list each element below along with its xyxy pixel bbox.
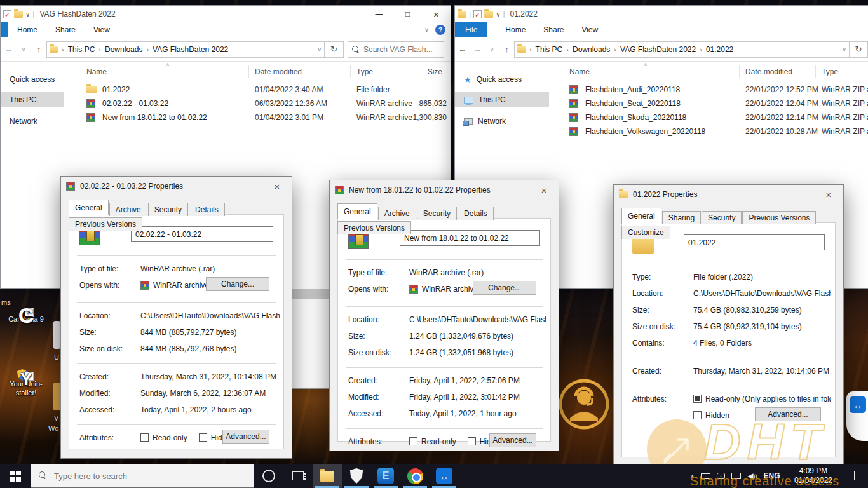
help-icon[interactable]: ?	[435, 25, 445, 35]
qat-customize-icon[interactable]: ∨	[25, 11, 30, 18]
search-box[interactable]	[348, 41, 444, 58]
breadcrumb-item[interactable]: VAG FlashDaten 2022	[153, 45, 228, 54]
column-header-size[interactable]: Size	[398, 67, 442, 76]
readonly-checkbox[interactable]	[693, 395, 702, 403]
refresh-button[interactable]: ↻	[850, 41, 868, 58]
file-row[interactable]: Flashdaten_Volkswagen_20220118 22/01/202…	[560, 125, 868, 139]
column-header-type[interactable]: Type	[356, 67, 373, 76]
tab-security[interactable]: Security	[702, 211, 742, 224]
tab-archive[interactable]: Archive	[378, 207, 416, 220]
taskbar-search-input[interactable]	[54, 471, 246, 481]
hidden-checkbox[interactable]	[468, 437, 476, 445]
column-header-name[interactable]: Name	[569, 67, 590, 76]
column-header-name[interactable]: Name	[86, 67, 107, 76]
up-icon[interactable]: ↑	[31, 44, 46, 54]
file-row[interactable]: 01.2022 01/04/2022 3:40 AM File folder	[77, 83, 451, 97]
tab-security[interactable]: Security	[148, 203, 188, 216]
hidden-checkbox[interactable]	[199, 433, 207, 442]
forward-icon[interactable]: →	[470, 44, 484, 54]
tab-customize[interactable]: Customize	[621, 226, 670, 239]
sidebar-item-this-pc[interactable]: This PC	[1, 92, 64, 107]
breadcrumb-item[interactable]: This PC	[536, 45, 563, 54]
file-row[interactable]: New from 18.01.22 to 01.02.22 01/04/2022…	[77, 111, 451, 125]
tab-general[interactable]: General	[69, 200, 109, 215]
task-view-button[interactable]	[283, 464, 313, 488]
close-button[interactable]: ×	[422, 6, 451, 22]
file-row[interactable]: Flashdaten_Audi_20220118 22/01/2022 12:5…	[560, 83, 868, 97]
address-dropdown-icon[interactable]: ∨	[317, 46, 322, 53]
tab-previous-versions[interactable]: Previous Versions	[337, 221, 411, 234]
breadcrumb-item[interactable]: VAG FlashDaten 2022	[620, 45, 696, 54]
maximize-button[interactable]: □	[393, 6, 422, 22]
filename-input[interactable]	[400, 230, 540, 246]
change-button[interactable]: Change...	[473, 281, 536, 295]
advanced-button[interactable]: Advanced...	[222, 430, 269, 444]
file-row[interactable]: Flashdaten_Seat_20220118 22/01/2022 12:0…	[560, 97, 868, 111]
column-header-date[interactable]: Date modified	[745, 67, 792, 76]
search-input[interactable]	[363, 45, 440, 54]
menu-view[interactable]: View	[85, 25, 119, 34]
sidebar-item-quick-access[interactable]: ★ Quick access	[455, 72, 549, 87]
readonly-checkbox[interactable]	[409, 437, 417, 445]
cortana-button[interactable]	[254, 464, 283, 488]
desktop-icon-your-uninstaller[interactable]: ↗ Your Unin-staller!	[2, 379, 50, 397]
tab-general[interactable]: General	[337, 203, 377, 219]
tab-details[interactable]: Details	[189, 203, 225, 216]
file-menu-stub[interactable]	[1, 22, 8, 37]
tab-archive[interactable]: Archive	[109, 203, 147, 216]
recent-locations-icon[interactable]: ∨	[484, 46, 499, 53]
minimize-button[interactable]: —	[365, 6, 393, 22]
advanced-button[interactable]: Advanced...	[489, 433, 536, 447]
refresh-button[interactable]: ↻	[325, 41, 344, 58]
ribbon-collapse-icon[interactable]: ∨	[424, 26, 429, 33]
menu-home[interactable]: Home	[8, 25, 46, 34]
tab-previous-versions[interactable]: Previous Versions	[742, 211, 816, 224]
breadcrumb-item[interactable]: Downloads	[573, 45, 610, 54]
teamviewer-popout-bubble[interactable]: ↔	[846, 391, 868, 441]
tab-security[interactable]: Security	[417, 207, 457, 220]
qat-customize-icon[interactable]: ∨	[496, 11, 500, 18]
taskbar-chrome[interactable]	[400, 464, 430, 488]
quick-access-check-icon[interactable]: ✓	[473, 10, 482, 18]
breadcrumb-item[interactable]: Downloads	[105, 45, 142, 54]
quick-access-check-icon[interactable]: ✓	[3, 10, 11, 18]
up-icon[interactable]: ↑	[499, 44, 514, 54]
address-bar[interactable]: › This PC › Downloads › VAG FlashDaten 2…	[514, 41, 850, 58]
menu-view[interactable]: View	[573, 25, 607, 34]
breadcrumb-item[interactable]: This PC	[68, 45, 95, 54]
menu-file[interactable]: File	[455, 22, 487, 37]
menu-home[interactable]: Home	[496, 25, 534, 34]
filename-input[interactable]	[131, 226, 273, 242]
tab-previous-versions[interactable]: Previous Versions	[69, 217, 142, 231]
sidebar-item-network[interactable]: Network	[455, 114, 549, 129]
menu-share[interactable]: Share	[534, 25, 573, 34]
column-header-date[interactable]: Date modified	[255, 67, 302, 76]
desktop-icon-partial[interactable]	[53, 321, 60, 349]
address-bar[interactable]: › This PC › Downloads › VAG FlashDaten 2…	[46, 41, 325, 58]
dialog-title-bar[interactable]: 01.2022 Properties ×	[614, 185, 843, 204]
change-button[interactable]: Change...	[206, 277, 269, 291]
start-button[interactable]	[0, 464, 31, 488]
file-row[interactable]: Flashdaten_Skoda_20220118 22/01/2022 12:…	[560, 111, 868, 125]
address-dropdown-icon[interactable]: ∨	[842, 46, 846, 53]
dialog-title-bar[interactable]: New from 18.01.22 to 01.02.22 Properties…	[330, 180, 559, 200]
back-icon[interactable]: ←	[455, 44, 470, 54]
sidebar-item-network[interactable]: Network	[1, 114, 64, 129]
tab-general[interactable]: General	[621, 208, 661, 224]
sidebar-item-quick-access[interactable]: Quick access	[1, 72, 64, 87]
close-icon[interactable]: ×	[534, 180, 553, 200]
taskbar-e-app[interactable]	[371, 464, 400, 488]
close-icon[interactable]: ×	[819, 185, 838, 204]
desktop-icon-camtasia[interactable]: ↗ Camtasia 9	[2, 315, 50, 323]
file-row[interactable]: 02.02.22 - 01.03.22 06/03/2022 12:36 AM …	[77, 97, 451, 111]
close-icon[interactable]: ×	[268, 177, 287, 196]
column-header-type[interactable]: Type	[822, 67, 838, 76]
filename-input[interactable]	[684, 234, 825, 250]
taskbar-teamviewer[interactable]: ↔	[430, 464, 459, 488]
title-bar[interactable]: | ✓ ∨ | 01.2022	[455, 6, 868, 22]
forward-icon[interactable]: →	[1, 44, 16, 54]
taskbar-search[interactable]	[31, 464, 254, 488]
menu-share[interactable]: Share	[46, 25, 85, 34]
notification-center-icon[interactable]	[844, 471, 855, 480]
tab-sharing[interactable]: Sharing	[662, 211, 701, 224]
